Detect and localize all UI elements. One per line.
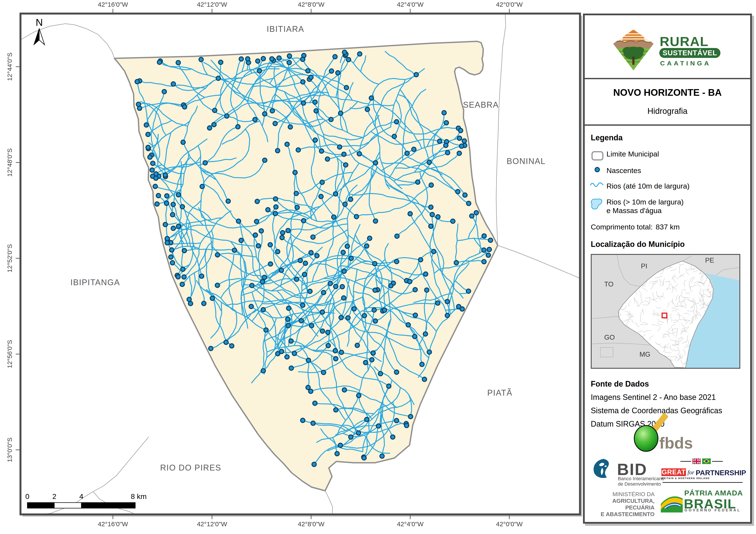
spring-dot <box>253 117 257 122</box>
location-heading: Localização do Município <box>591 240 685 249</box>
spring-dot <box>413 288 417 292</box>
spring-dot <box>150 161 155 165</box>
spring-dot <box>429 205 433 210</box>
state-label: MG <box>639 350 650 358</box>
spring-dot <box>369 96 374 100</box>
legend-item-rios-maiores-line1: Rios (> 10m de largura) <box>607 198 684 206</box>
spring-dot <box>458 129 463 133</box>
spring-dot <box>200 184 204 189</box>
spring-dot <box>352 307 356 311</box>
spring-dot <box>314 109 318 113</box>
spring-dot <box>153 184 157 189</box>
spring-dot <box>463 193 467 197</box>
spring-dot <box>356 431 361 435</box>
spring-dot <box>364 244 369 248</box>
spring-dot <box>408 212 412 216</box>
fbds-text: fbds <box>659 434 693 452</box>
bid-subtitle-line2: de Desenvolvimento <box>618 481 664 487</box>
spring-dot <box>394 419 399 423</box>
spring-dot <box>326 330 330 335</box>
spring-dot <box>309 250 313 255</box>
spring-dot <box>387 384 391 388</box>
ministry-line2: AGRICULTURA, PECUÁRIA <box>591 497 655 511</box>
spring-dot <box>408 279 412 284</box>
y-tick-label: 12°44'0"S <box>6 53 13 81</box>
north-label: N <box>36 17 43 28</box>
spring-dot <box>226 199 230 203</box>
spring-dot <box>210 296 215 300</box>
municipality-marker <box>662 313 667 318</box>
spring-dot <box>425 288 429 292</box>
spring-dot <box>255 219 259 224</box>
spring-dot <box>239 238 243 242</box>
spring-dot <box>462 139 467 143</box>
spring-dot <box>405 151 409 155</box>
divider <box>585 124 750 126</box>
great-tagline: BRITAIN & NORTHERN IRELAND <box>662 477 710 479</box>
spring-dot <box>446 150 450 155</box>
spring-dot <box>373 219 378 223</box>
municipal-boundary-swatch-icon <box>591 151 604 161</box>
source-heading: Fonte de Dados <box>591 377 722 391</box>
spring-dot <box>150 168 154 172</box>
spring-dot <box>394 370 399 374</box>
scale-tick-label: 2 <box>52 492 56 500</box>
spring-dot <box>344 163 348 167</box>
legend-item-rios-ate-10m: Rios (até 10m de largura) <box>607 182 689 190</box>
spring-dot <box>373 319 377 323</box>
spring-dot <box>313 100 317 104</box>
spring-dot <box>312 462 316 467</box>
page: IBITIARASEABRABONINALIBIPITANGAPIATÃRIO … <box>0 0 756 534</box>
spring-dot <box>454 261 458 265</box>
spring-dot <box>451 219 455 223</box>
spring-dot <box>482 234 486 238</box>
spring-dot <box>362 313 366 318</box>
spring-dot <box>181 267 185 271</box>
spring-dot <box>371 351 375 355</box>
scale-tick-label: 4 <box>79 492 83 500</box>
water-body-swatch-icon <box>589 196 603 214</box>
spring-dot <box>261 369 265 373</box>
spring-dot <box>176 61 180 65</box>
spring-dot <box>456 190 460 194</box>
spring-dot <box>319 194 323 199</box>
spring-dot <box>257 69 261 73</box>
spring-dot <box>169 255 173 259</box>
spring-dot <box>338 111 343 115</box>
spring-dot <box>456 304 461 309</box>
spring-dot-swatch-icon <box>593 166 601 173</box>
spring-dot <box>474 211 478 215</box>
spring-dot <box>165 236 169 241</box>
bid-subtitle: Banco Interamericano de Desenvolvimento <box>618 476 664 487</box>
great-box: GREAT <box>662 468 686 476</box>
spring-dot <box>313 138 317 142</box>
spring-dot <box>246 57 250 61</box>
spring-dot <box>213 108 217 113</box>
spring-dot <box>301 101 306 105</box>
spring-dot <box>286 228 290 233</box>
spring-dot <box>467 201 471 206</box>
spring-dot <box>270 109 275 113</box>
spring-dot <box>349 435 353 439</box>
spring-dot <box>268 262 273 266</box>
state-label: PI <box>641 262 647 270</box>
spring-dot <box>460 144 464 148</box>
y-tick-label: 13°0'0"S <box>6 437 13 462</box>
spring-dot <box>334 284 338 289</box>
spring-dot <box>171 226 176 231</box>
spring-dot <box>164 201 169 206</box>
spring-dot <box>334 357 338 361</box>
spring-dot <box>328 281 333 286</box>
spring-dot <box>321 370 326 374</box>
spring-dot <box>273 121 277 126</box>
spring-dot <box>162 89 167 94</box>
spring-dot <box>277 56 281 60</box>
legend-heading: Legenda <box>591 133 623 142</box>
spring-dot <box>296 148 300 152</box>
scale-tick-label: 0 <box>25 492 30 500</box>
spring-dot <box>286 323 290 328</box>
spring-dot <box>380 454 384 458</box>
x-tick-label-bottom: 42°12'0"W <box>197 521 227 527</box>
spring-dot <box>329 69 334 73</box>
spring-dot <box>301 218 306 223</box>
